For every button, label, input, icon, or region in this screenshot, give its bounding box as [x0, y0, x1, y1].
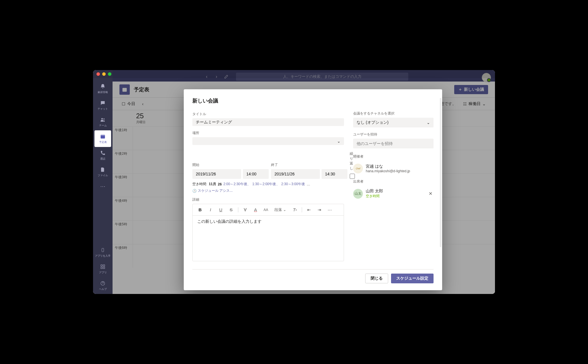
free-time-suggestions: 空き時間: 11月 26 2:00～2:30午後 1:30～2:00午後 2:3… — [192, 182, 344, 193]
attendee-avatar: 山太 — [353, 189, 363, 199]
clear-format-button[interactable]: Tx — [290, 206, 299, 214]
help-icon — [100, 280, 106, 286]
scheduling-assistant-link[interactable]: 🕓 スケジュール アシス... — [192, 188, 233, 193]
editor-toolbar: B I U S ∀ A AA 段落 ⌄ — [193, 204, 344, 216]
attendee-person: 山太 山田 太郎 空き時間 ✕ — [353, 189, 434, 199]
svg-rect-3 — [101, 135, 105, 135]
sidebar-item-label: アプリを入手 — [95, 254, 111, 258]
highlight-button[interactable]: ∀ — [241, 206, 250, 214]
free-time-day: 26 — [218, 182, 222, 186]
time-slot-suggestion[interactable]: 2:30～3:00午後 — [281, 182, 305, 187]
field-label-end: 終了 — [271, 162, 347, 167]
outdent-button[interactable]: ⇤ — [304, 206, 314, 214]
font-color-button[interactable]: A — [251, 206, 260, 214]
location-select[interactable]: ⌄ — [192, 137, 344, 145]
underline-button[interactable]: U — [216, 206, 225, 214]
time-slot-suggestion[interactable]: 2:00～2:30午後 — [223, 182, 251, 187]
chevron-down-icon: ⌄ — [427, 120, 430, 125]
dialog-footer: 閉じる スケジュール設定 — [184, 274, 442, 290]
organizer-name: 宮越 はな — [366, 164, 410, 169]
start-date-input[interactable] — [192, 169, 241, 179]
svg-rect-7 — [101, 267, 102, 269]
more-slots[interactable]: … — [307, 182, 310, 186]
window-zoom-button[interactable] — [108, 72, 111, 76]
sidebar-item-apps[interactable]: アプリ — [93, 261, 113, 277]
sidebar-item-help[interactable]: ヘルプ — [93, 277, 113, 294]
clock-icon: 🕓 — [192, 189, 197, 193]
more-options-button[interactable]: ⋯ — [325, 206, 334, 214]
italic-button[interactable]: I — [206, 206, 215, 214]
sidebar-item-get-app[interactable]: アプリを入手 — [93, 244, 113, 261]
schedule-button[interactable]: スケジュール設定 — [391, 274, 434, 283]
sidebar-item-calendar[interactable]: 予定表 — [94, 130, 111, 147]
svg-point-1 — [103, 119, 105, 120]
editor-textarea[interactable]: この新しい会議の詳細を入力します — [193, 216, 344, 261]
sidebar-item-more[interactable]: ⋯ — [93, 180, 113, 192]
window-minimize-button[interactable] — [102, 72, 106, 76]
sidebar-item-calls[interactable]: 通話 — [93, 147, 113, 164]
sidebar-item-label: チーム — [99, 124, 107, 127]
attendee-name: 山田 太郎 — [366, 189, 383, 194]
time-slot-suggestion[interactable]: 1:30～2:00午後 — [252, 182, 280, 187]
organizer-avatar: Owl — [353, 164, 363, 173]
detail-editor: B I U S ∀ A AA 段落 ⌄ — [192, 204, 344, 261]
end-time-input[interactable] — [322, 169, 347, 179]
channel-select[interactable]: なし (オプション) ⌄ — [353, 118, 434, 127]
scrollbar[interactable] — [440, 98, 441, 247]
remove-attendee-button[interactable]: ✕ — [428, 190, 434, 198]
sidebar-item-label: 最新情報 — [98, 90, 108, 94]
teams-icon — [100, 117, 106, 123]
close-button[interactable]: 閉じる — [365, 274, 388, 283]
chat-icon — [100, 100, 106, 106]
field-label-location: 場所 — [192, 131, 344, 135]
sidebar-item-label: 通話 — [100, 157, 105, 161]
title-input[interactable] — [192, 118, 344, 126]
paragraph-label: 段落 — [274, 207, 282, 212]
field-label-channel: 会議をするチャネルを選択 — [353, 111, 434, 116]
more-icon: ⋯ — [100, 183, 106, 189]
file-icon — [100, 166, 106, 173]
field-label-detail: 詳細 — [192, 197, 344, 202]
svg-rect-5 — [101, 265, 102, 266]
channel-value: なし (オプション) — [357, 120, 388, 125]
bell-icon — [100, 83, 106, 90]
font-size-button[interactable]: AA — [261, 206, 270, 214]
indent-button[interactable]: ⇥ — [315, 206, 324, 214]
new-meeting-dialog: 新しい会議 タイトル 場所 ⌄ 開始 — [184, 89, 442, 290]
sidebar-item-label: ファイル — [98, 174, 108, 177]
sidebar-item-label: 予定表 — [99, 140, 107, 144]
paragraph-style-select[interactable]: 段落 ⌄ — [272, 207, 289, 212]
sidebar-item-activity[interactable]: 最新情報 — [93, 80, 113, 97]
toolbar-separator — [302, 207, 302, 212]
sidebar-item-chat[interactable]: チャット — [93, 97, 113, 114]
start-time-input[interactable] — [243, 169, 269, 179]
sidebar-item-label: ヘルプ — [99, 287, 107, 291]
apps-icon — [100, 264, 106, 270]
field-label-organizer: 開催者 — [353, 154, 434, 159]
free-time-label: 空き時間: — [192, 182, 207, 187]
sidebar-item-label: チャット — [98, 107, 108, 111]
sidebar-item-label: アプリ — [99, 271, 107, 274]
svg-rect-8 — [103, 267, 105, 269]
invite-input[interactable] — [353, 139, 434, 148]
assist-label: スケジュール アシス... — [198, 188, 233, 193]
svg-rect-6 — [103, 265, 105, 266]
calendar-icon — [100, 133, 106, 140]
field-label-invite: ユーザーを招待 — [353, 132, 434, 137]
free-time-month: 11月 — [209, 182, 216, 187]
sidebar-item-files[interactable]: ファイル — [93, 164, 113, 180]
end-date-input[interactable] — [271, 169, 320, 179]
window-close-button[interactable] — [96, 72, 100, 76]
dialog-divider — [192, 269, 434, 270]
phone-icon — [100, 150, 106, 156]
bold-button[interactable]: B — [196, 206, 205, 214]
organizer-person: Owl 宮越 はな hana.miyakoshi@d-lighted.jp — [353, 164, 434, 173]
organizer-email: hana.miyakoshi@d-lighted.jp — [366, 169, 410, 173]
strikethrough-button[interactable]: S — [227, 206, 236, 214]
chevron-down-icon: ⌄ — [337, 139, 341, 144]
sidebar-item-teams[interactable]: チーム — [93, 114, 113, 130]
field-label-title: タイトル — [192, 112, 344, 117]
app-sidebar: 最新情報 チャット チーム 予定表 通話 ファイル — [93, 70, 113, 294]
svg-rect-4 — [102, 248, 104, 252]
svg-point-0 — [101, 118, 103, 119]
